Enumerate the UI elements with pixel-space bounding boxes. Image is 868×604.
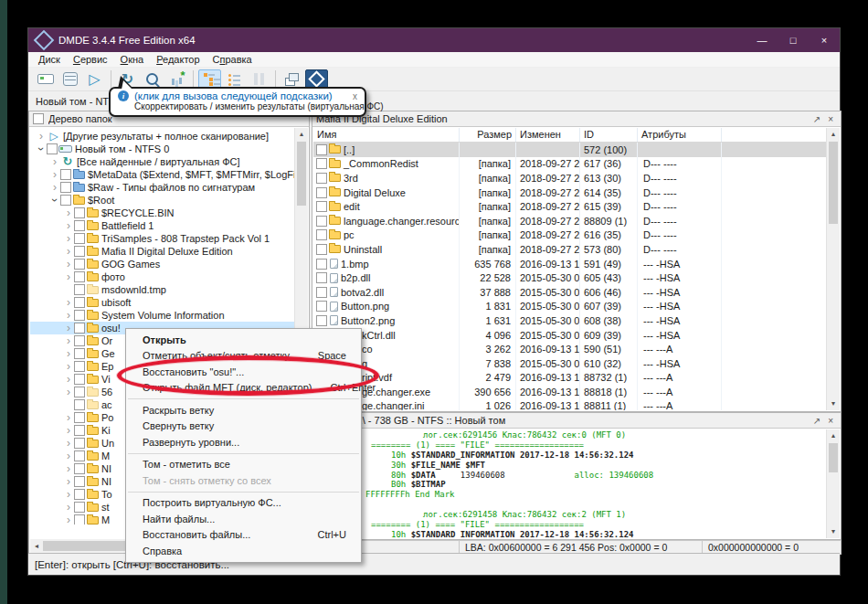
- column-header-size[interactable]: Размер: [460, 128, 516, 142]
- chevron-right-icon[interactable]: ›: [63, 221, 74, 230]
- checkbox[interactable]: [316, 229, 327, 240]
- maximize-button[interactable]: □: [778, 28, 809, 52]
- tree-item[interactable]: ›$Raw - Типы файлов по сигнатурам: [30, 181, 294, 194]
- checkbox[interactable]: [316, 201, 327, 212]
- chevron-right-icon[interactable]: ›: [63, 439, 74, 448]
- file-row[interactable]: Uninstall[папка]2018-09-27 22:...573 (80…: [313, 242, 826, 257]
- checkbox[interactable]: [74, 233, 85, 244]
- checkbox[interactable]: [74, 271, 85, 282]
- context-menu-item[interactable]: Отметить объект/снять отметкуSpace: [126, 348, 361, 365]
- checkbox[interactable]: [74, 361, 85, 372]
- file-row[interactable]: language.changer.resources[папка]2018-09…: [313, 214, 826, 228]
- files-vertical-scrollbar[interactable]: ▴ ▾: [826, 128, 840, 410]
- file-row[interactable]: ge.changer.exe390 6562016-09-13 15:...88…: [313, 385, 826, 399]
- chevron-right-icon[interactable]: ›: [63, 490, 74, 499]
- scroll-up-icon[interactable]: ▴: [295, 128, 308, 141]
- column-header-attr[interactable]: Атрибуты: [638, 128, 722, 142]
- chevron-right-icon[interactable]: ›: [63, 349, 74, 358]
- checkbox[interactable]: [74, 514, 85, 525]
- checkbox[interactable]: [74, 502, 85, 513]
- checkbox[interactable]: [316, 301, 327, 312]
- checkbox[interactable]: [316, 144, 327, 155]
- chevron-right-icon[interactable]: ›: [63, 515, 74, 525]
- chevron-right-icon[interactable]: ›: [63, 311, 74, 320]
- checkbox[interactable]: [316, 216, 327, 227]
- checkbox[interactable]: [74, 399, 85, 410]
- context-menu-item[interactable]: Построить виртуальную ФС...: [126, 495, 361, 512]
- chevron-right-icon[interactable]: ›: [63, 451, 74, 461]
- scroll-up-icon[interactable]: ▴: [827, 429, 840, 442]
- scroll-up-icon[interactable]: ▴: [827, 128, 840, 141]
- checkbox[interactable]: [47, 143, 58, 154]
- chevron-right-icon[interactable]: ›: [63, 362, 74, 371]
- file-row[interactable]: pc[папка]2018-09-27 22:...616 (35)D--- -…: [313, 228, 826, 243]
- menu-диск[interactable]: Диск: [32, 53, 67, 66]
- checkbox[interactable]: [74, 489, 85, 500]
- menu-сервис[interactable]: Сервис: [67, 53, 114, 66]
- chevron-right-icon[interactable]: ›: [63, 247, 74, 256]
- chevron-down-icon[interactable]: ›: [50, 195, 59, 206]
- checkbox[interactable]: [74, 374, 85, 385]
- chevron-right-icon[interactable]: ›: [49, 183, 60, 192]
- chevron-right-icon[interactable]: ›: [49, 170, 60, 179]
- tree-item[interactable]: ›▷[Другие результаты + полное сканирован…: [30, 130, 294, 143]
- chevron-right-icon[interactable]: ›: [63, 503, 74, 512]
- tree-item[interactable]: ›GOG Games: [30, 258, 294, 270]
- checkbox[interactable]: [74, 348, 85, 359]
- scroll-down-icon[interactable]: ▾: [827, 525, 840, 538]
- chevron-right-icon[interactable]: ›: [63, 260, 74, 269]
- checkbox[interactable]: [74, 246, 85, 257]
- checkbox[interactable]: [74, 323, 85, 334]
- context-menu-item[interactable]: Открыть: [126, 332, 361, 348]
- context-menu-item[interactable]: Свернуть ветку: [126, 419, 361, 435]
- tooltip-line1[interactable]: (клик для вызова следующей подсказки): [134, 90, 351, 101]
- checkbox[interactable]: [60, 182, 71, 193]
- context-menu-item[interactable]: Найти файлы...: [126, 511, 361, 527]
- checkbox[interactable]: [74, 450, 85, 461]
- checkbox[interactable]: [74, 220, 85, 231]
- context-menu-item[interactable]: Восстановить файлы...Ctrl+U: [126, 527, 361, 544]
- context-menu-item[interactable]: Раскрыть ветку: [126, 402, 361, 419]
- tree-item[interactable]: ›$MetaData ($Extend, $MFT, $MFTMirr, $Lo…: [30, 168, 294, 181]
- column-header-mod[interactable]: Изменен: [516, 128, 580, 142]
- checkbox[interactable]: [316, 244, 327, 255]
- checkbox[interactable]: [74, 310, 85, 321]
- file-row[interactable]: _CommonRedist[папка]2018-09-27 22:...617…: [313, 157, 826, 172]
- context-menu-item[interactable]: Развернуть уровни...: [126, 434, 361, 450]
- volume-button[interactable]: [34, 69, 57, 90]
- close-panel-icon[interactable]: ×: [824, 114, 837, 124]
- chevron-right-icon[interactable]: ›: [63, 413, 74, 422]
- chevron-down-icon[interactable]: ›: [37, 143, 46, 154]
- file-row[interactable]: Button.png1 8312015-05-30 08:...607 (39)…: [313, 300, 826, 314]
- file-row[interactable]: Button2.png1 6312015-05-30 08:...608 (38…: [313, 313, 826, 328]
- file-row[interactable]: kCtrl.dll4 0962015-05-30 08:...609 (39)-…: [313, 328, 826, 343]
- checkbox[interactable]: [316, 287, 327, 298]
- file-row[interactable]: 1.bmp635 7682016-09-13 19:...591 (49)---…: [313, 257, 826, 271]
- tooltip-close-icon[interactable]: x: [351, 91, 359, 101]
- checkbox[interactable]: [316, 187, 327, 198]
- checkbox[interactable]: [316, 272, 327, 283]
- file-row[interactable]: ge.changer.ini1 0262016-09-13 15:...8881…: [313, 399, 826, 410]
- checkbox[interactable]: [74, 438, 85, 449]
- file-row[interactable]: Digital Deluxe[папка]2018-09-27 22:...61…: [313, 185, 826, 200]
- minimize-button[interactable]: —: [746, 28, 778, 52]
- file-row[interactable]: edit[папка]2018-09-27 22:...615 (39)D---…: [313, 199, 826, 214]
- scroll-thumb[interactable]: [829, 142, 838, 224]
- tree-item[interactable]: msdownld.tmp: [30, 283, 294, 296]
- chevron-right-icon[interactable]: ›: [49, 157, 60, 166]
- context-menu-item[interactable]: Справка: [126, 543, 361, 559]
- file-row[interactable]: [..]572 (100): [313, 143, 826, 157]
- checkbox[interactable]: [316, 259, 327, 270]
- tree-item[interactable]: ›$Root: [30, 194, 294, 207]
- disks-button[interactable]: [58, 69, 81, 90]
- menu-окна[interactable]: Окна: [114, 53, 151, 66]
- close-panel-icon[interactable]: ×: [824, 416, 837, 426]
- file-row[interactable]: botva2.dll37 8882015-05-30 08:...606 (46…: [313, 285, 826, 300]
- chevron-right-icon[interactable]: ›: [63, 336, 74, 345]
- expand-panel-icon[interactable]: ↗: [810, 114, 824, 124]
- menu-справка[interactable]: Справка: [206, 53, 259, 66]
- scroll-thumb[interactable]: [297, 142, 306, 206]
- tree-item[interactable]: ›Battlefield 1: [30, 219, 294, 232]
- menu-редактор[interactable]: Редактор: [150, 53, 206, 66]
- checkbox[interactable]: [316, 158, 327, 169]
